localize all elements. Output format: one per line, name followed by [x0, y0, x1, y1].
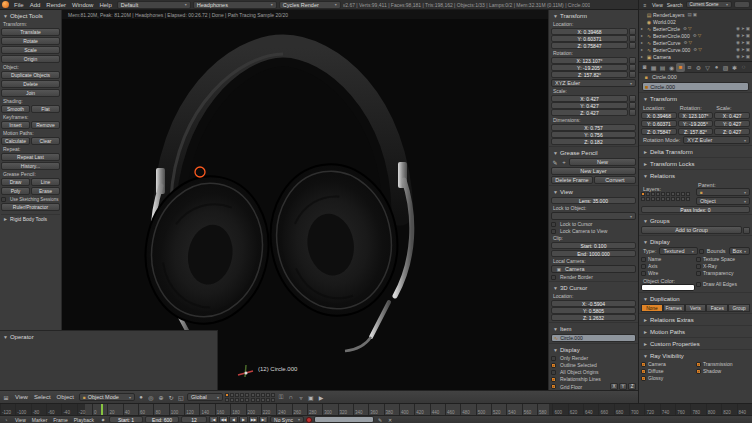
- layer-toggle[interactable]: [646, 192, 650, 196]
- clear-paths-button[interactable]: Clear: [31, 137, 60, 145]
- lock-camera-checkbox[interactable]: [551, 229, 556, 234]
- scale-field[interactable]: X: 0.427: [551, 95, 628, 102]
- location-field[interactable]: Z: 0.75847: [551, 42, 628, 49]
- scale-button[interactable]: Scale: [1, 46, 60, 54]
- ray-checkbox[interactable]: [641, 376, 646, 381]
- outliner-item[interactable]: ▸ ▤ RenderLayers ⚙▽ ▤▣ ◉➤▣: [641, 11, 750, 18]
- pivot-point-icon[interactable]: ◎: [147, 393, 155, 401]
- outliner-item[interactable]: ▸ ∿ BezierCurve ⚙▽ ▤▣ ◉➤▣: [641, 39, 750, 46]
- transport-button[interactable]: ▶|: [259, 416, 268, 423]
- location-field[interactable]: X: 0.39468: [551, 28, 628, 35]
- outliner-item-name[interactable]: World.002: [653, 19, 676, 25]
- ray-checkbox[interactable]: [641, 362, 646, 367]
- display-checkbox[interactable]: [641, 264, 646, 269]
- grease-draw-button[interactable]: Draw: [1, 178, 30, 186]
- rotate-button[interactable]: Rotate: [1, 37, 60, 45]
- menu-item[interactable]: Frame: [50, 417, 70, 423]
- scale-field[interactable]: Y: 0.427: [551, 102, 628, 109]
- layer-toggle[interactable]: [651, 192, 655, 196]
- transform-locks-header[interactable]: ►Transform Locks: [641, 159, 750, 168]
- location-field[interactable]: Z: 0.75847: [641, 128, 677, 135]
- ray-visibility-header[interactable]: ▼Ray Visibility: [641, 351, 750, 360]
- layer-toggle[interactable]: [656, 192, 660, 196]
- collapsed-panel-header[interactable]: ►Motion Paths: [641, 327, 750, 336]
- layer-toggle[interactable]: [646, 197, 650, 201]
- scale-field[interactable]: Z: 0.427: [714, 128, 750, 135]
- transport-button[interactable]: ◀◀: [219, 416, 228, 423]
- dimension-field[interactable]: Y: 0.756: [551, 131, 636, 138]
- eye-icon[interactable]: ◉: [736, 40, 740, 45]
- display-checkbox[interactable]: [641, 257, 646, 262]
- expand-arrow-icon[interactable]: ▸: [641, 26, 645, 31]
- clip-end-field[interactable]: End: 1000.000: [551, 250, 636, 257]
- rotation-field[interactable]: Z: 157.82°: [551, 71, 628, 78]
- dimension-field[interactable]: Z: 0.182: [551, 138, 636, 145]
- selectable-icon[interactable]: ➤: [741, 33, 745, 38]
- parent-field[interactable]: ■▾: [696, 188, 750, 196]
- cursor-coordinate-field[interactable]: Z: 1.2632: [551, 314, 636, 321]
- properties-tab[interactable]: ■: [676, 63, 685, 72]
- layer-toggle[interactable]: [225, 393, 229, 397]
- eye-icon[interactable]: ◉: [736, 54, 740, 59]
- opengl-render-still-icon[interactable]: ▣: [307, 393, 315, 401]
- frame-start-field[interactable]: Start: 1: [109, 416, 143, 423]
- layer-toggle[interactable]: [271, 398, 275, 402]
- item-name-field[interactable]: ∿ Circle.000: [551, 334, 636, 342]
- outliner-item[interactable]: ▸ ◉ World.002 ⚙▽ ▤▣ ◉➤▣: [641, 18, 750, 25]
- duplication-option[interactable]: Group: [728, 304, 750, 312]
- menu-item[interactable]: View: [12, 394, 31, 400]
- scale-field[interactable]: X: 0.427: [714, 112, 750, 119]
- outliner-item[interactable]: ▸ ∿ BezierCircle ⚙▽ ▤▣ ◉➤▣: [641, 25, 750, 32]
- menu-item[interactable]: File: [11, 2, 27, 8]
- layer-toggle[interactable]: [235, 398, 239, 402]
- outliner-item-name[interactable]: RenderLayers: [653, 12, 684, 18]
- display-option-checkbox[interactable]: [551, 377, 556, 382]
- lock-toggle[interactable]: [629, 102, 636, 109]
- location-field[interactable]: Y: 0.60371: [641, 120, 677, 127]
- layer-toggle[interactable]: [671, 192, 675, 196]
- duplication-option[interactable]: None: [641, 304, 663, 312]
- collapsed-panel-header[interactable]: ►Relations Extras: [641, 315, 750, 324]
- display-option-checkbox[interactable]: [551, 363, 556, 368]
- add-group-plus-button[interactable]: [743, 227, 750, 234]
- screen-layout-select[interactable]: Default▾: [117, 1, 191, 9]
- properties-tab[interactable]: ◌: [739, 63, 748, 72]
- eye-icon[interactable]: ◉: [736, 33, 740, 38]
- layer-toggle[interactable]: [661, 192, 665, 196]
- outliner-item-name[interactable]: BezierCircle: [653, 26, 680, 32]
- menu-item[interactable]: Playback: [71, 417, 97, 423]
- ruler-protractor-button[interactable]: Ruler/Protractor: [1, 203, 60, 211]
- lock-toggle[interactable]: [629, 57, 636, 64]
- translate-button[interactable]: Translate: [1, 28, 60, 36]
- outliner-item[interactable]: ▸ ∿ BezierCurve.000 ⚙▽ ▤▣ ◉➤▣: [641, 46, 750, 53]
- render-toggle-icon[interactable]: ▣: [746, 47, 750, 52]
- draw-all-edges-checkbox[interactable]: [696, 282, 701, 287]
- layer-toggle[interactable]: [661, 197, 665, 201]
- properties-tab[interactable]: ▤: [658, 63, 667, 72]
- selectable-icon[interactable]: ➤: [741, 47, 745, 52]
- render-toggle-icon[interactable]: ▣: [746, 54, 750, 59]
- menu-item[interactable]: Render: [43, 2, 69, 8]
- outliner-item-name[interactable]: BezierCurve.000: [653, 47, 690, 53]
- maxdraw-type-select[interactable]: Textured▾: [659, 247, 697, 255]
- sketching-sessions-checkbox[interactable]: [1, 197, 6, 202]
- outliner-editor-icon[interactable]: ≡: [641, 1, 649, 9]
- calculate-paths-button[interactable]: Calculate: [1, 137, 30, 145]
- eye-icon[interactable]: ◉: [736, 26, 740, 31]
- grid-axis-toggle[interactable]: Y: [619, 383, 627, 390]
- rotation-mode-select[interactable]: XYZ Euler▾: [683, 136, 750, 144]
- outliner-item-name[interactable]: Camera: [653, 54, 671, 60]
- outliner-item[interactable]: ▸ ▣ Camera ⚙▽ ▤▣ ◉➤▣: [641, 53, 750, 60]
- lock-toggle[interactable]: [629, 42, 636, 49]
- render-engine-select[interactable]: Cycles Render▾: [279, 1, 341, 9]
- outliner-search-input[interactable]: [734, 1, 750, 8]
- transport-button[interactable]: |◀: [209, 416, 218, 423]
- display-checkbox[interactable]: [641, 271, 646, 276]
- layer-toggle[interactable]: [651, 197, 655, 201]
- layer-toggle[interactable]: [230, 393, 234, 397]
- duplication-header[interactable]: ▼Duplication: [641, 294, 750, 303]
- duplication-option[interactable]: Verts: [685, 304, 707, 312]
- grease-pencil-header[interactable]: ▼Grease Pencil: [551, 148, 636, 157]
- lock-toggle[interactable]: [629, 109, 636, 116]
- scene-lock-icon[interactable]: ⚿: [277, 393, 285, 401]
